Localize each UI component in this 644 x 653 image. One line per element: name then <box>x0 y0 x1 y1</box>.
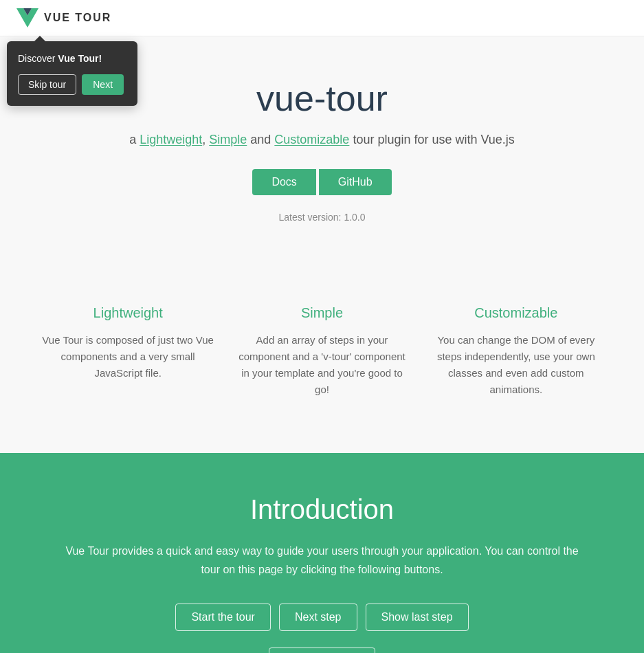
subtitle-suffix: tour plugin for use with Vue.js <box>349 133 514 146</box>
feature-lightweight-title: Lightweight <box>41 305 214 321</box>
subtitle-prefix: a <box>129 133 140 146</box>
subtitle-sep1: , <box>202 133 209 146</box>
logo-text: VUE TOUR <box>44 12 111 24</box>
tour-buttons: Skip tour Next <box>18 74 126 95</box>
features-section: Lightweight Vue Tour is composed of just… <box>0 278 644 453</box>
feature-simple-desc: Add an array of steps in your component … <box>235 332 408 398</box>
customizable-link[interactable]: Customizable <box>274 133 349 146</box>
intro-desc: Vue Tour provides a quick and easy way t… <box>61 542 584 579</box>
simple-link[interactable]: Simple <box>209 133 247 146</box>
github-button[interactable]: GitHub <box>319 169 392 195</box>
install-row: Install Vue Tour <box>27 639 617 653</box>
next-step-button[interactable]: Next step <box>279 604 357 631</box>
feature-simple-title: Simple <box>235 305 408 321</box>
hero-buttons: Docs GitHub <box>14 169 630 195</box>
tour-popup-bold: Vue Tour! <box>58 53 102 64</box>
subtitle-and: and <box>247 133 274 146</box>
next-button[interactable]: Next <box>82 74 124 95</box>
show-last-step-button[interactable]: Show last step <box>366 604 469 631</box>
feature-customizable: Customizable You can change the DOM of e… <box>430 305 603 398</box>
navbar: VUE TOUR Discover Vue Tour! Skip tour Ne… <box>0 0 644 36</box>
feature-simple: Simple Add an array of steps in your com… <box>235 305 408 398</box>
start-tour-button[interactable]: Start the tour <box>175 604 271 631</box>
lightweight-link[interactable]: Lightweight <box>140 133 202 146</box>
skip-tour-button[interactable]: Skip tour <box>18 74 76 95</box>
feature-customizable-desc: You can change the DOM of every steps in… <box>430 332 603 398</box>
feature-lightweight-desc: Vue Tour is composed of just two Vue com… <box>41 332 214 381</box>
feature-customizable-title: Customizable <box>430 305 603 321</box>
intro-title: Introduction <box>27 494 617 525</box>
intro-section: Introduction Vue Tour provides a quick a… <box>0 453 644 653</box>
tour-popup: Discover Vue Tour! Skip tour Next <box>7 41 137 106</box>
intro-buttons: Start the tour Next step Show last step <box>27 604 617 631</box>
install-button[interactable]: Install Vue Tour <box>269 648 375 653</box>
logo-wrapper: VUE TOUR <box>16 8 111 27</box>
docs-button[interactable]: Docs <box>252 169 315 195</box>
vue-logo-icon <box>16 8 38 27</box>
hero-subtitle: a Lightweight, Simple and Customizable t… <box>14 133 630 147</box>
tour-popup-plain: Discover <box>18 53 58 64</box>
feature-lightweight: Lightweight Vue Tour is composed of just… <box>41 305 214 398</box>
tour-popup-text: Discover Vue Tour! <box>18 52 126 66</box>
version-text: Latest version: 1.0.0 <box>14 212 630 223</box>
